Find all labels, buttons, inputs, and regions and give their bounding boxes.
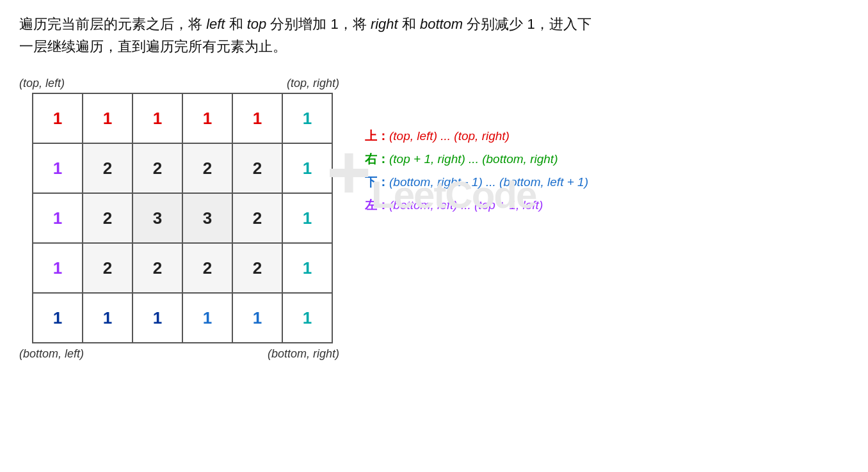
matrix-cell: 1 [83,93,133,143]
matrix-section: (top, left) (top, right) 111111122221123… [19,77,339,361]
matrix-grid: 111111122221123321122221111111 [32,93,333,343]
matrix-cell: 1 [232,93,282,143]
leetcode-watermark: LeetCode [371,173,536,217]
matrix-cell: 1 [133,293,182,343]
table-row: 123321 [33,193,332,243]
matrix-cell: 2 [133,143,182,193]
matrix-cell: 2 [182,143,232,193]
matrix-cell: 3 [182,193,232,243]
top-corner-labels: (top, left) (top, right) [19,77,339,90]
top-right-label: (top, right) [287,77,339,90]
bottom-left-label: (bottom, left) [19,347,84,361]
matrix-cell: 2 [232,243,282,293]
matrix-cell: 2 [133,243,182,293]
table-row: 122221 [33,243,332,293]
legend-item: 上：(top, left) ... (top, right) [365,128,588,145]
matrix-cell: 1 [282,293,332,343]
matrix-cell: 2 [83,243,133,293]
matrix-cell: 1 [282,193,332,243]
description: 遍历完当前层的元素之后，将 left 和 top 分别增加 1，将 right … [19,13,595,58]
table-row: 122221 [33,143,332,193]
top-left-label: (top, left) [19,77,65,90]
matrix-cell: 2 [83,193,133,243]
matrix-cell: 1 [33,193,83,243]
matrix-cell: 1 [232,293,282,343]
matrix-cell: 3 [133,193,182,243]
matrix-cell: 2 [182,243,232,293]
table-row: 111111 [33,293,332,343]
plus-watermark: + [326,128,371,216]
matrix-cell: 1 [133,93,182,143]
matrix-cell: 1 [33,243,83,293]
bottom-corner-labels: (bottom, left) (bottom, right) [19,347,339,361]
legend-text: (top + 1, right) ... (bottom, right) [389,152,558,166]
matrix-cell: 1 [182,293,232,343]
table-row: 111111 [33,93,332,143]
matrix-cell: 2 [232,193,282,243]
matrix-cell: 1 [33,93,83,143]
matrix-cell: 1 [83,293,133,343]
matrix-cell: 1 [282,93,332,143]
matrix-cell: 2 [83,143,133,193]
matrix-cell: 1 [182,93,232,143]
matrix-cell: 1 [33,143,83,193]
matrix-cell: 1 [282,243,332,293]
legend-text: (top, left) ... (top, right) [389,129,510,143]
matrix-cell: 1 [33,293,83,343]
bottom-right-label: (bottom, right) [268,347,339,361]
matrix-cell: 1 [282,143,332,193]
legend-item: 右：(top + 1, right) ... (bottom, right) [365,151,588,168]
main-content: (top, left) (top, right) 111111122221123… [19,77,849,361]
legend-section: + LeetCode 上：(top, left) ... (top, right… [365,77,588,220]
matrix-cell: 2 [232,143,282,193]
